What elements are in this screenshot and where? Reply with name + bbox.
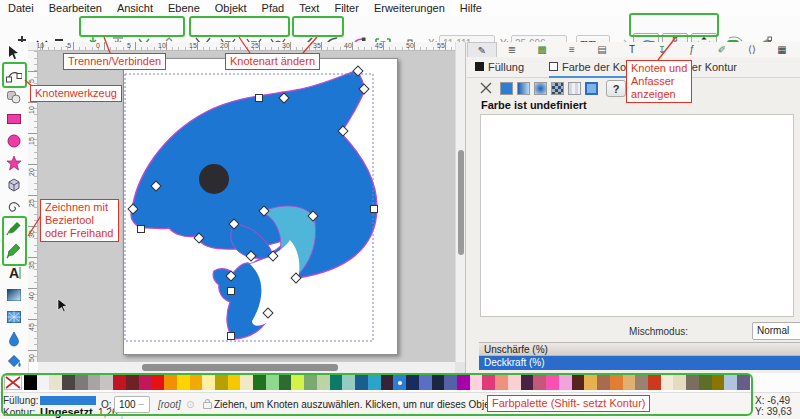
dolphin-body[interactable]	[131, 70, 377, 339]
pointer-y-value: 39,63	[767, 406, 792, 417]
path-node[interactable]	[256, 95, 263, 102]
dolphin-drawing	[124, 59, 399, 356]
rectangle-tool[interactable]	[4, 109, 24, 129]
blend-mode-label: Mischmodus:	[629, 326, 688, 337]
gradient-tool[interactable]	[4, 285, 24, 305]
document-page	[123, 58, 398, 355]
callout-split-join: Trennen/Verbinden	[63, 53, 166, 70]
ruler-number: 55	[437, 42, 445, 49]
callout-node-type: Knotenart ändern	[225, 53, 320, 70]
menu-bearbeiten[interactable]: Bearbeiten	[49, 2, 102, 14]
callout-palette: Farbpalette (Shift- setzt Kontur)	[487, 395, 650, 412]
vertical-scrollbar-thumb[interactable]	[458, 150, 464, 255]
highlight-box-line-curve	[292, 16, 344, 37]
text-tool[interactable]: A	[4, 263, 24, 283]
scrollbar-corner	[455, 362, 465, 373]
help-button[interactable]: ?	[606, 80, 626, 97]
flat-color-button[interactable]	[500, 82, 513, 95]
callout-node-tool: Knotenwerkzeug	[30, 85, 122, 102]
no-paint-button[interactable]	[480, 82, 492, 94]
pointer-y-label: Y:	[755, 406, 764, 417]
menu-text[interactable]: Text	[299, 2, 319, 14]
selector-tool[interactable]	[4, 43, 24, 63]
ruler-number: -10	[38, 42, 44, 49]
menu-hilfe[interactable]: Hilfe	[460, 2, 482, 14]
highlight-box-show-handles	[629, 13, 719, 37]
vertical-scrollbar[interactable]	[455, 42, 465, 362]
ruler-number: 40	[344, 42, 352, 49]
path-node[interactable]	[138, 226, 145, 233]
path-node[interactable]	[228, 288, 235, 295]
menu-erweiterungen[interactable]: Erweiterungen	[374, 2, 445, 14]
swatch-button[interactable]	[568, 82, 581, 95]
horizontal-scrollbar-thumb[interactable]	[142, 364, 338, 371]
pointer-x-label: X:	[755, 395, 764, 406]
fill-bucket-tool[interactable]	[4, 351, 24, 371]
ellipse-tool[interactable]	[4, 131, 24, 151]
highlight-box-draw-tools	[2, 216, 27, 266]
ruler-number: 15	[28, 137, 35, 145]
tweak-tool[interactable]	[4, 87, 24, 107]
pattern-button[interactable]	[551, 82, 564, 95]
ruler-number: 25	[251, 42, 259, 49]
blend-mode-row: Mischmodus: Normal	[480, 322, 800, 341]
ruler-number: 50	[406, 42, 414, 49]
mouse-cursor	[57, 298, 69, 312]
tab-fill[interactable]: Füllung	[475, 59, 524, 76]
ruler-number: 40	[28, 292, 35, 300]
ruler-number: 45	[28, 323, 35, 331]
mesh-tool[interactable]	[4, 307, 24, 327]
ruler-number: 5	[127, 42, 131, 49]
xml-editor-dialog-tab[interactable]: ⟨⟩	[737, 42, 767, 57]
paint-dialog-tab[interactable]: ✐	[707, 42, 737, 57]
path-effects-dialog-tab[interactable]: ƒ	[677, 42, 707, 57]
fill-stroke-dialog-tab[interactable]: ✎	[467, 42, 497, 57]
pointer-x-value: -6,49	[767, 395, 790, 406]
ruler-number: 10	[28, 106, 35, 114]
menu-pfad[interactable]: Pfad	[262, 2, 285, 14]
callout-draw-bezier: Zeichnen mit Beziertool oder Freihand	[40, 199, 119, 242]
menu-objekt[interactable]: Objekt	[215, 2, 247, 14]
ruler-number: 10	[158, 42, 166, 49]
menu-ansicht[interactable]: Ansicht	[117, 2, 153, 14]
horizontal-ruler[interactable]: -10-5051015202530354045505560	[38, 42, 455, 51]
highlight-box-node-tool	[2, 62, 27, 88]
box-3d-tool[interactable]	[4, 175, 24, 195]
swatches-dialog-tab[interactable]: ▦	[767, 42, 797, 57]
path-node[interactable]	[371, 206, 378, 213]
horizontal-scrollbar[interactable]	[38, 362, 455, 373]
fill-content-area	[480, 114, 794, 317]
highlight-box-node-type	[189, 16, 290, 37]
align-dialog-tab[interactable]: ≡	[557, 42, 587, 57]
callout-show-nodes: Knoten und Anfasser anzeigen	[626, 60, 692, 103]
ruler-number: -5	[65, 42, 71, 49]
ruler-number: 30	[282, 42, 290, 49]
path-node[interactable]	[228, 333, 235, 340]
blur-expander[interactable]: Unschärfe (%)	[479, 342, 800, 356]
ruler-number: 35	[28, 261, 35, 269]
document-properties-dialog-tab[interactable]: ▤	[587, 42, 617, 57]
ruler-number: 25	[28, 199, 35, 207]
menu-ebene[interactable]: Ebene	[168, 2, 200, 14]
unknown-paint-button[interactable]	[585, 82, 598, 95]
dropper-tool[interactable]	[4, 329, 24, 349]
radial-gradient-button[interactable]	[534, 82, 547, 95]
objects-dialog-tab[interactable]: ▩	[527, 42, 557, 57]
opacity-expander[interactable]: Deckkraft (%)	[479, 356, 800, 370]
ruler-number: 45	[375, 42, 383, 49]
highlight-box-join-break	[79, 16, 185, 37]
ruler-number: 0	[96, 42, 100, 49]
ruler-number: 20	[28, 168, 35, 176]
text-dialog-tab[interactable]: T	[617, 42, 647, 57]
blend-mode-select[interactable]: Normal	[752, 322, 800, 340]
layers-dialog-tab[interactable]: ≣	[497, 42, 527, 57]
ruler-number: 15	[189, 42, 197, 49]
spiral-tool[interactable]	[4, 197, 24, 217]
export-dialog-tab[interactable]: ↧	[647, 42, 677, 57]
menu-datei[interactable]: Datei	[8, 2, 34, 14]
star-tool[interactable]	[4, 153, 24, 173]
ruler-number: 30	[28, 230, 35, 238]
menu-filter[interactable]: Filter	[334, 2, 358, 14]
linear-gradient-button[interactable]	[517, 82, 530, 95]
ruler-number: 50	[28, 354, 35, 362]
